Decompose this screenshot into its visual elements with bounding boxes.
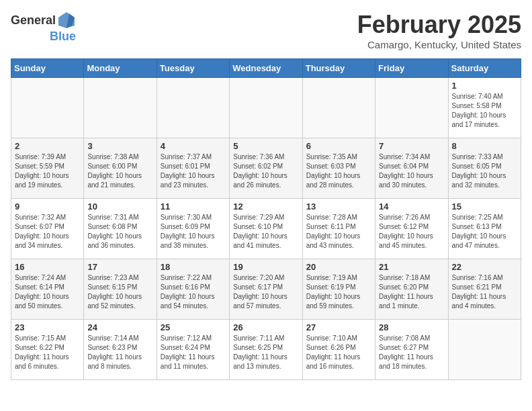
calendar-header-row: SundayMondayTuesdayWednesdayThursdayFrid… [11, 59, 521, 78]
calendar-weekday-friday: Friday [375, 59, 448, 78]
day-info: Sunrise: 7:24 AM Sunset: 6:14 PM Dayligh… [15, 273, 80, 311]
calendar-day-cell: 14Sunrise: 7:26 AM Sunset: 6:12 PM Dayli… [375, 199, 448, 259]
logo-text-general: General [11, 13, 56, 28]
day-info: Sunrise: 7:33 AM Sunset: 6:05 PM Dayligh… [452, 152, 517, 190]
calendar-weekday-thursday: Thursday [302, 59, 375, 78]
day-number: 18 [161, 262, 226, 272]
day-number: 6 [306, 141, 371, 151]
calendar-day-cell: 10Sunrise: 7:31 AM Sunset: 6:08 PM Dayli… [84, 199, 157, 259]
calendar-day-cell [448, 320, 521, 380]
calendar-day-cell: 23Sunrise: 7:15 AM Sunset: 6:22 PM Dayli… [11, 320, 84, 380]
calendar-day-cell: 26Sunrise: 7:11 AM Sunset: 6:25 PM Dayli… [230, 320, 302, 380]
calendar-day-cell: 3Sunrise: 7:38 AM Sunset: 6:00 PM Daylig… [84, 138, 157, 199]
day-number: 11 [161, 201, 226, 212]
day-info: Sunrise: 7:37 AM Sunset: 6:01 PM Dayligh… [161, 152, 226, 190]
calendar-day-cell: 8Sunrise: 7:33 AM Sunset: 6:05 PM Daylig… [448, 138, 521, 199]
title-area: February 2025 Camargo, Kentucky, United … [357, 11, 521, 50]
day-number: 28 [379, 322, 444, 332]
day-number: 13 [306, 201, 371, 212]
day-number: 3 [87, 141, 152, 151]
calendar-table: SundayMondayTuesdayWednesdayThursdayFrid… [11, 58, 521, 380]
calendar-day-cell: 7Sunrise: 7:34 AM Sunset: 6:04 PM Daylig… [375, 138, 448, 199]
calendar-day-cell [302, 78, 375, 138]
day-info: Sunrise: 7:36 AM Sunset: 6:02 PM Dayligh… [233, 152, 298, 190]
day-number: 19 [233, 262, 298, 272]
calendar-day-cell: 9Sunrise: 7:32 AM Sunset: 6:07 PM Daylig… [11, 199, 84, 259]
calendar-day-cell [11, 78, 84, 138]
calendar-day-cell: 25Sunrise: 7:12 AM Sunset: 6:24 PM Dayli… [157, 320, 229, 380]
calendar-day-cell: 4Sunrise: 7:37 AM Sunset: 6:01 PM Daylig… [157, 138, 229, 199]
day-info: Sunrise: 7:14 AM Sunset: 6:23 PM Dayligh… [87, 334, 152, 371]
calendar-weekday-wednesday: Wednesday [230, 59, 302, 78]
calendar-day-cell: 12Sunrise: 7:29 AM Sunset: 6:10 PM Dayli… [230, 199, 302, 259]
day-info: Sunrise: 7:25 AM Sunset: 6:13 PM Dayligh… [452, 213, 517, 250]
day-number: 9 [15, 201, 80, 212]
calendar-day-cell: 1Sunrise: 7:40 AM Sunset: 5:58 PM Daylig… [448, 78, 521, 138]
logo-text-blue: Blue [50, 30, 76, 44]
page-header: General Blue February 2025 Camargo, Kent… [11, 11, 521, 50]
calendar-day-cell: 18Sunrise: 7:22 AM Sunset: 6:16 PM Dayli… [157, 259, 229, 320]
day-number: 26 [233, 322, 298, 332]
day-number: 20 [306, 262, 371, 272]
day-number: 16 [15, 262, 80, 272]
day-number: 15 [452, 201, 517, 212]
day-info: Sunrise: 7:23 AM Sunset: 6:15 PM Dayligh… [87, 273, 152, 311]
calendar-day-cell: 27Sunrise: 7:10 AM Sunset: 6:26 PM Dayli… [302, 320, 375, 380]
day-info: Sunrise: 7:34 AM Sunset: 6:04 PM Dayligh… [379, 152, 444, 190]
day-number: 12 [233, 201, 298, 212]
day-info: Sunrise: 7:26 AM Sunset: 6:12 PM Dayligh… [379, 213, 444, 250]
calendar-weekday-monday: Monday [84, 59, 157, 78]
day-number: 4 [161, 141, 226, 151]
day-info: Sunrise: 7:15 AM Sunset: 6:22 PM Dayligh… [15, 334, 80, 371]
day-info: Sunrise: 7:20 AM Sunset: 6:17 PM Dayligh… [233, 273, 298, 311]
day-info: Sunrise: 7:32 AM Sunset: 6:07 PM Dayligh… [15, 213, 80, 250]
day-info: Sunrise: 7:08 AM Sunset: 6:27 PM Dayligh… [379, 334, 444, 371]
day-info: Sunrise: 7:30 AM Sunset: 6:09 PM Dayligh… [161, 213, 226, 250]
calendar-day-cell: 24Sunrise: 7:14 AM Sunset: 6:23 PM Dayli… [84, 320, 157, 380]
day-number: 27 [306, 322, 371, 332]
calendar-day-cell: 11Sunrise: 7:30 AM Sunset: 6:09 PM Dayli… [157, 199, 229, 259]
calendar-day-cell: 17Sunrise: 7:23 AM Sunset: 6:15 PM Dayli… [84, 259, 157, 320]
day-number: 5 [233, 141, 298, 151]
day-number: 24 [87, 322, 152, 332]
calendar-day-cell [157, 78, 229, 138]
calendar-week-row: 1Sunrise: 7:40 AM Sunset: 5:58 PM Daylig… [11, 78, 521, 138]
day-number: 7 [379, 141, 444, 151]
calendar-week-row: 9Sunrise: 7:32 AM Sunset: 6:07 PM Daylig… [11, 199, 521, 259]
logo-icon [57, 11, 76, 30]
day-number: 21 [379, 262, 444, 272]
calendar-day-cell [375, 78, 448, 138]
calendar-week-row: 23Sunrise: 7:15 AM Sunset: 6:22 PM Dayli… [11, 320, 521, 380]
day-info: Sunrise: 7:12 AM Sunset: 6:24 PM Dayligh… [161, 334, 226, 371]
calendar-week-row: 16Sunrise: 7:24 AM Sunset: 6:14 PM Dayli… [11, 259, 521, 320]
day-info: Sunrise: 7:10 AM Sunset: 6:26 PM Dayligh… [306, 334, 371, 371]
day-info: Sunrise: 7:19 AM Sunset: 6:19 PM Dayligh… [306, 273, 371, 311]
calendar-weekday-saturday: Saturday [448, 59, 521, 78]
day-info: Sunrise: 7:28 AM Sunset: 6:11 PM Dayligh… [306, 213, 371, 250]
calendar-day-cell: 2Sunrise: 7:39 AM Sunset: 5:59 PM Daylig… [11, 138, 84, 199]
day-number: 14 [379, 201, 444, 212]
day-info: Sunrise: 7:31 AM Sunset: 6:08 PM Dayligh… [87, 213, 152, 250]
day-info: Sunrise: 7:35 AM Sunset: 6:03 PM Dayligh… [306, 152, 371, 190]
day-info: Sunrise: 7:22 AM Sunset: 6:16 PM Dayligh… [161, 273, 226, 311]
calendar-day-cell: 6Sunrise: 7:35 AM Sunset: 6:03 PM Daylig… [302, 138, 375, 199]
calendar-day-cell: 13Sunrise: 7:28 AM Sunset: 6:11 PM Dayli… [302, 199, 375, 259]
day-number: 23 [15, 322, 80, 332]
day-number: 17 [87, 262, 152, 272]
page-subtitle: Camargo, Kentucky, United States [357, 39, 521, 50]
day-number: 22 [452, 262, 517, 272]
calendar-day-cell: 20Sunrise: 7:19 AM Sunset: 6:19 PM Dayli… [302, 259, 375, 320]
calendar-day-cell: 22Sunrise: 7:16 AM Sunset: 6:21 PM Dayli… [448, 259, 521, 320]
calendar-day-cell: 15Sunrise: 7:25 AM Sunset: 6:13 PM Dayli… [448, 199, 521, 259]
day-info: Sunrise: 7:29 AM Sunset: 6:10 PM Dayligh… [233, 213, 298, 250]
day-info: Sunrise: 7:39 AM Sunset: 5:59 PM Dayligh… [15, 152, 80, 190]
day-number: 1 [452, 81, 517, 91]
day-info: Sunrise: 7:16 AM Sunset: 6:21 PM Dayligh… [452, 273, 517, 311]
day-number: 10 [87, 201, 152, 212]
calendar-day-cell: 28Sunrise: 7:08 AM Sunset: 6:27 PM Dayli… [375, 320, 448, 380]
calendar-weekday-sunday: Sunday [11, 59, 84, 78]
day-number: 25 [161, 322, 226, 332]
day-number: 2 [15, 141, 80, 151]
logo: General Blue [11, 11, 76, 44]
calendar-day-cell [84, 78, 157, 138]
